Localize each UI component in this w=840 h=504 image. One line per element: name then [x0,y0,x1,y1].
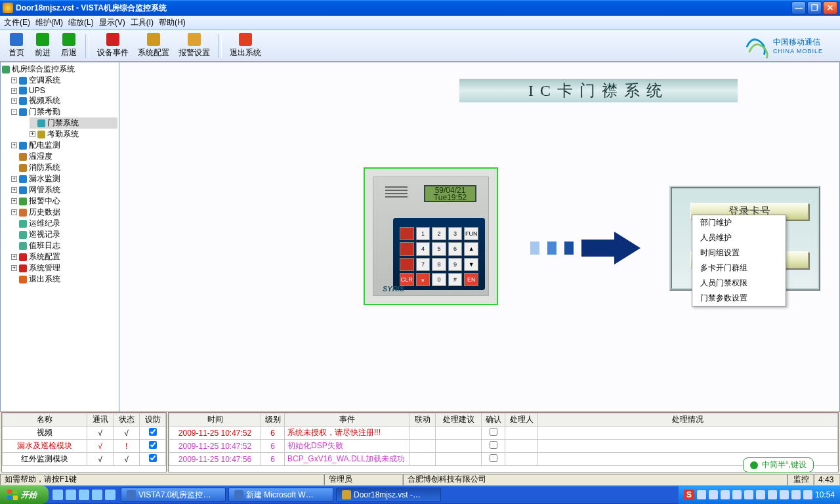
tree-node[interactable]: +考勤系统 [30,129,117,140]
maximize-button[interactable]: ❐ [807,1,822,14]
tree-node[interactable]: +UPS [11,86,117,95]
tree-node[interactable]: +空调系统 [11,75,117,86]
toolbar-button[interactable]: 设备事件 [93,32,133,60]
menu-item[interactable]: 维护(M) [35,17,63,28]
keypad-brand: SYRIS [383,285,404,293]
tree-pane[interactable]: 机房综合监控系统+空调系统+UPS+视频系统-门禁考勤门禁系统+考勤系统+配电监… [0,62,119,412]
device-image: 59/04/21Tue19:52 123FUN456▲789▼CLR⁎0#EN … [364,167,498,305]
tree-node[interactable]: +视频系统 [11,95,117,106]
context-menu-item[interactable]: 多卡开门群组 [692,261,786,276]
device-status-grid[interactable]: 名称通讯状态设防视频√√漏水及巡检模块√!红外监测模块√√ [1,412,167,472]
event-log-grid[interactable]: 时间级别事件联动处理建议确认处理人处理情况2009-11-25 10:47:52… [168,412,839,472]
svg-rect-1 [7,490,12,494]
tree-node[interactable]: 温湿度 [11,151,117,162]
start-button[interactable]: 开始 [0,486,49,504]
tree-node[interactable]: +漏水监测 [11,173,117,184]
menu-item[interactable]: 帮助(H) [159,17,186,28]
tree-node[interactable]: +配电监测 [11,140,117,151]
taskbar: 开始 VISTA7.0机房监控…新建 Microsoft W…Door18mjs… [0,486,840,504]
status-tables: 名称通讯状态设防视频√√漏水及巡检模块√!红外监测模块√√ 时间级别事件联动处理… [0,412,840,472]
tree-node[interactable]: 运维纪录 [11,218,117,229]
tree-node[interactable]: 退出系统 [11,274,117,285]
taskbar-item[interactable]: VISTA7.0机房监控… [121,488,226,502]
tree-node[interactable]: +网管系统 [11,184,117,196]
toolbar: 首页前进后退设备事件系统配置报警设置退出系统 中国移动通信 CHINA MOBI… [0,30,840,62]
quicklaunch[interactable] [49,490,119,500]
tree-node[interactable]: +报警中心 [11,196,117,207]
page-title: IC卡门襟系统 [459,79,738,102]
tree-node[interactable]: 消防系统 [11,162,117,173]
speaker-icon [385,186,408,202]
status-company: 合肥博创科技有限公司 [403,474,788,486]
tree-root[interactable]: 机房综合监控系统 [2,64,117,75]
china-mobile-logo: 中国移动通信 CHINA MOBILE [744,33,823,58]
svg-rect-4 [13,495,18,500]
keypad: 123FUN456▲789▼CLR⁎0#EN [393,218,485,290]
window-title: Door18mjsz.vst - VISTA机房综合监控系统 [16,3,790,14]
context-menu-item[interactable]: 部门维护 [692,215,786,230]
context-menu-item[interactable]: 时间组设置 [692,245,786,261]
status-help: 如需帮助，请按F1键 [0,474,324,486]
context-menu-item[interactable]: 门禁参数设置 [692,291,786,306]
brand-en: CHINA MOBILE [773,48,823,54]
tree-node[interactable]: +系统管理 [11,262,117,274]
toolbar-button[interactable]: 后退 [56,32,81,60]
clock: 10:54 [815,490,835,499]
context-menu-item[interactable]: 人员维护 [692,230,786,245]
menu-item[interactable]: 工具(I) [131,17,154,28]
status-mon: 监控 [788,474,814,486]
toolbar-button[interactable]: 退出系统 [226,32,265,60]
toolbar-button[interactable]: 前进 [30,32,55,60]
brand-cn: 中国移动通信 [773,37,823,48]
svg-marker-0 [581,232,640,264]
taskbar-item[interactable]: 新建 Microsoft W… [228,488,333,502]
content-pane: IC卡门襟系统 59/04/21Tue19:52 123FUN456▲789▼C… [119,62,840,412]
app-icon [3,3,13,13]
minimize-button[interactable]: — [791,1,806,14]
svg-rect-2 [13,490,18,494]
tree-node[interactable]: +系统配置 [11,251,117,262]
menubar: 文件(E)维护(M)缩放(L)显示(V)工具(I)帮助(H) [0,16,840,30]
status-tail: 4:43 [814,474,840,486]
statusbar: 如需帮助，请按F1键 管理员 合肥博创科技有限公司 监控 4:43 [0,472,840,486]
ime-indicator[interactable]: 中简半°,键设 [743,457,814,472]
menu-item[interactable]: 显示(V) [99,17,125,28]
device-display: 59/04/21Tue19:52 [424,185,476,202]
toolbar-button[interactable]: 系统配置 [134,32,173,60]
toolbar-button[interactable]: 首页 [4,32,29,60]
close-button[interactable]: ✕ [823,1,837,14]
status-admin: 管理员 [324,474,403,486]
tree-node[interactable]: 巡视记录 [11,229,117,240]
taskbar-item[interactable]: Door18mjsz.vst -… [336,488,441,502]
context-menu-item[interactable]: 人员门禁权限 [692,276,786,291]
tree-node[interactable]: 值班日志 [11,240,117,251]
arrow-animation [530,232,640,264]
menu-item[interactable]: 文件(E) [4,17,30,28]
menu-item[interactable]: 缩放(L) [68,17,94,28]
system-tray[interactable]: S 10:54 [679,486,840,504]
context-menu[interactable]: 部门维护人员维护时间组设置多卡开门群组人员门禁权限门禁参数设置 [692,215,786,306]
tree-node[interactable]: +历史数据 [11,207,117,218]
tree-node[interactable]: -门禁考勤 [11,106,117,117]
toolbar-button[interactable]: 报警设置 [175,32,214,60]
window-titlebar: Door18mjsz.vst - VISTA机房综合监控系统 — ❐ ✕ [0,0,840,16]
tree-node[interactable]: 门禁系统 [30,117,117,129]
svg-rect-3 [7,495,12,500]
